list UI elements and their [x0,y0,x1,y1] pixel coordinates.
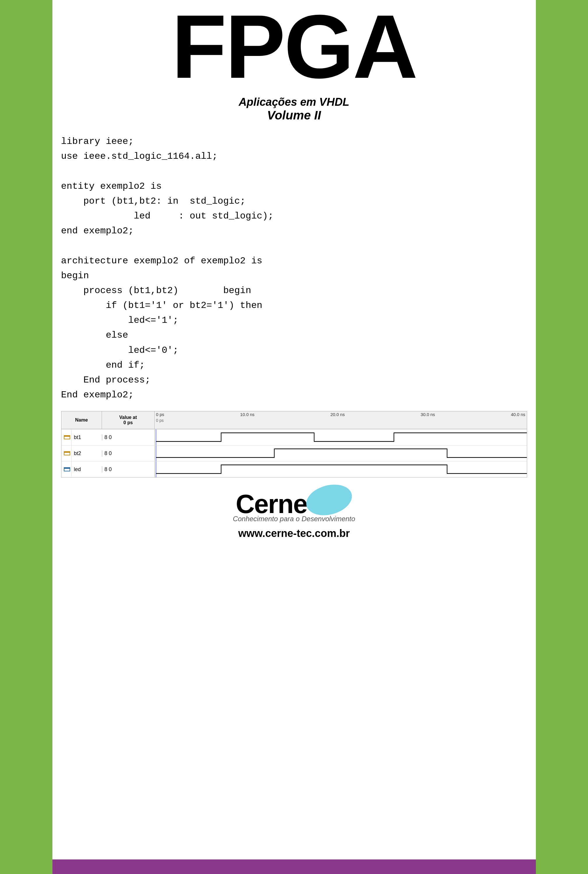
svg-rect-4 [154,461,527,477]
bottom-bar [32,859,556,874]
wave-svg-led [154,461,527,477]
timeline-sublabels: 0 ps [154,417,527,423]
wave-svg-bt1 [154,429,527,445]
signal-value-bt2: 8 0 [102,451,144,457]
subtitle-line1: Aplicações em VHDL [61,96,527,108]
waveform-diagram: Name Value at0 ps 0 ps 10.0 ns 20.0 ns 3… [61,411,527,478]
right-strip [536,0,556,874]
left-strip [32,0,52,874]
svg-point-6 [303,484,352,516]
signal-wave-bt2 [154,446,527,461]
table-row: bt2 8 0 [62,445,527,461]
signal-icon-bt1 [62,429,72,445]
subtitle-line2: Volume II [61,108,527,122]
signal-wave-bt1 [154,429,527,445]
waveform-timeline-header: 0 ps 10.0 ns 20.0 ns 30.0 ns 40.0 ns 0 p… [154,411,527,429]
signal-value-bt1: 8 0 [102,434,144,440]
subtitle: Aplicações em VHDL Volume II [61,96,527,122]
waveform-header: Name Value at0 ps 0 ps 10.0 ns 20.0 ns 3… [62,411,527,429]
waveform-rows: bt1 8 0 [62,429,527,477]
signal-value-led: 8 0 [102,466,144,473]
main-content: FPGA Aplicações em VHDL Volume II librar… [32,0,556,859]
signal-wave-led [154,461,527,477]
logo-url: www.cerne-tec.com.br [238,527,350,539]
signal-left-bt2: bt2 8 0 [62,446,154,461]
table-row: bt1 8 0 [62,429,527,445]
signal-name-bt2: bt2 [72,451,102,457]
table-row: led 8 0 [62,461,527,477]
page-container: FPGA Aplicações em VHDL Volume II librar… [32,0,556,874]
logo-blob-icon [303,484,352,516]
timeline-labels: 0 ps 10.0 ns 20.0 ns 30.0 ns 40.0 ns [154,411,527,417]
signal-left-led: led 8 0 [62,461,154,477]
logo-tagline: Conhecimento para o Desenvolvimento [233,515,355,523]
waveform-name-header: Name [62,411,102,429]
svg-rect-0 [154,429,527,445]
logo-section: Cerne Conhecimento para o Desenvolviment… [61,489,527,539]
signal-name-led: led [72,466,102,473]
page-title: FPGA [61,6,527,87]
wave-svg-bt2 [154,446,527,461]
waveform-left-header: Name Value at0 ps [62,411,154,429]
waveform-value-header: Value at0 ps [102,411,154,429]
signal-icon-led [62,461,72,477]
svg-rect-2 [154,446,527,461]
code-block: library ieee; use ieee.std_logic_1164.al… [61,134,527,402]
signal-name-bt1: bt1 [72,434,102,440]
signal-left-bt1: bt1 8 0 [62,429,154,445]
signal-icon-bt2 [62,446,72,461]
